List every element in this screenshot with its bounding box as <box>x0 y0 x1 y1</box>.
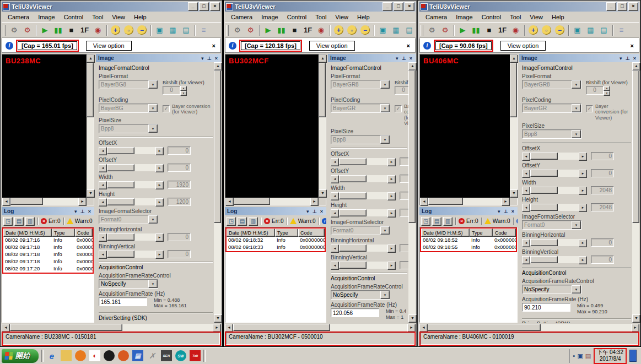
panel-vscrollbar[interactable]: ▲ ▼ <box>632 62 639 323</box>
binning-horizontal-slider[interactable]: ◄ ► <box>99 233 164 241</box>
menu-item-help[interactable]: Help <box>353 13 374 21</box>
log-row[interactable]: 08/02 09:17:16Info0x00000000 <box>3 237 93 244</box>
panel-vscrollbar[interactable]: ▲ ▼ <box>408 62 416 323</box>
vscrollbar-thumb[interactable] <box>510 63 517 117</box>
close-button[interactable]: × <box>628 2 638 11</box>
slider-right-icon[interactable]: ► <box>387 192 396 200</box>
main-scrollbar-track[interactable] <box>428 324 631 331</box>
menu-item-tool[interactable]: Tool <box>88 13 107 21</box>
slider-thumb[interactable] <box>107 164 134 171</box>
dropdown-icon[interactable]: ▼ <box>148 124 158 133</box>
hscrollbar-track[interactable] <box>234 198 310 205</box>
tray-security-icon[interactable]: ▤ <box>585 352 591 360</box>
stop-icon[interactable]: ■ <box>483 24 495 36</box>
panel-close-icon[interactable]: × <box>319 209 324 214</box>
height-slider[interactable]: ◄ ► <box>331 209 396 216</box>
slider-thumb[interactable] <box>107 181 134 188</box>
log-col-type[interactable]: Type <box>470 229 493 237</box>
slider-right-icon[interactable]: ► <box>579 153 587 161</box>
slider-left-icon[interactable]: ◄ <box>522 187 530 195</box>
pixel-format-select[interactable]: BayerGR8 ▼ <box>522 80 581 89</box>
spin-up-icon[interactable]: ▲ <box>180 86 187 91</box>
log-filter-icon[interactable]: ◳ <box>227 217 236 226</box>
minimize-button[interactable]: _ <box>606 2 616 11</box>
profile-icon[interactable]: ▤ <box>180 24 192 36</box>
slider-track[interactable] <box>530 256 579 263</box>
browser-icon[interactable] <box>118 350 129 361</box>
view-option-button[interactable]: View option <box>500 41 546 51</box>
menu-item-control[interactable]: Control <box>477 13 505 21</box>
scroll-up-icon[interactable]: ▲ <box>319 55 327 63</box>
slider-thumb[interactable] <box>339 192 367 199</box>
show-desktop-button[interactable] <box>629 350 637 362</box>
scroll-up-icon[interactable]: ▲ <box>214 62 222 70</box>
slider-thumb[interactable] <box>339 209 367 216</box>
menu-item-control[interactable]: Control <box>283 13 311 21</box>
image-vscrollbar[interactable]: ▲ ▼ <box>87 55 94 198</box>
scroll-left-icon[interactable]: ◄ <box>225 198 234 206</box>
slider-thumb[interactable] <box>107 251 134 258</box>
tools-icon[interactable]: ✗ <box>147 350 158 361</box>
slider-thumb[interactable] <box>530 170 558 177</box>
main-hscrollbar[interactable]: ◄ ► <box>419 324 639 331</box>
log-col-date[interactable]: Date (M/D H:M:S) <box>3 229 52 237</box>
main-scrollbar-thumb[interactable] <box>233 324 330 331</box>
image-vscrollbar[interactable]: ▲ ▼ <box>510 55 517 198</box>
binning-vertical-slider[interactable]: ◄ ► <box>99 251 164 258</box>
close-button[interactable]: × <box>405 2 414 11</box>
zoom-in-icon[interactable]: + <box>529 25 538 35</box>
slider-left-icon[interactable]: ◄ <box>99 198 107 207</box>
offset-x-slider[interactable]: ◄ ► <box>331 158 396 165</box>
dropdown-icon[interactable]: ▼ <box>572 104 581 112</box>
titlebar[interactable]: TeliU3vViewer _ □ × <box>225 2 416 12</box>
histogram-icon[interactable]: ▦ <box>166 24 179 36</box>
width-slider[interactable]: ◄ ► <box>331 192 396 199</box>
slider-right-icon[interactable]: ► <box>155 147 164 155</box>
dropdown-icon[interactable]: ▼ <box>380 226 390 235</box>
main-scrollbar-thumb[interactable] <box>10 324 122 331</box>
start-button[interactable]: 開始 <box>2 349 39 363</box>
vscrollbar-track[interactable] <box>87 63 94 189</box>
main-hscrollbar[interactable]: ◄ ► <box>2 324 221 331</box>
play-icon[interactable]: ▶ <box>456 24 469 36</box>
slider-thumb[interactable] <box>107 198 134 205</box>
slider-thumb[interactable] <box>107 233 134 241</box>
save-log-icon[interactable]: ▤ <box>14 217 24 226</box>
dropdown-icon[interactable]: ▼ <box>380 80 390 89</box>
camera-image-view[interactable]: BU302MCF <box>225 55 319 198</box>
histogram-icon[interactable]: ▦ <box>584 24 597 36</box>
panel-pin-icon[interactable]: ⊥ <box>624 56 631 61</box>
save-log-as-icon[interactable]: ▥ <box>443 217 453 226</box>
teli-viewer-icon[interactable]: ▦ <box>132 350 143 361</box>
frame-rate-input[interactable]: 90.210 <box>522 303 570 312</box>
menu-item-camera[interactable]: Camera <box>3 13 34 21</box>
slider-thumb[interactable] <box>530 153 558 160</box>
image-format-selector-select[interactable]: Format0 ▼ <box>522 220 581 230</box>
menu-item-view[interactable]: View <box>331 13 353 21</box>
scroll-right-icon[interactable]: ► <box>310 198 319 206</box>
one-frame-icon[interactable]: 1F <box>301 24 314 36</box>
slider-track[interactable] <box>339 209 387 216</box>
menu-item-tool[interactable]: Tool <box>311 13 331 21</box>
log-note-icon[interactable]: ≡ <box>615 24 628 36</box>
maximize-button[interactable]: □ <box>617 2 627 11</box>
camera-settings-icon[interactable]: ⚙ <box>231 24 244 36</box>
profile-icon[interactable]: ▤ <box>597 24 610 36</box>
log-filter-icon[interactable]: ◳ <box>421 217 430 226</box>
height-slider[interactable]: ◄ ► <box>522 204 587 211</box>
slider-left-icon[interactable]: ◄ <box>522 170 530 178</box>
pause-icon[interactable]: ▮▮ <box>470 24 482 36</box>
stop-icon[interactable]: ■ <box>65 24 78 36</box>
zoom-out-icon[interactable]: − <box>555 25 564 35</box>
scroll-right-icon[interactable]: ► <box>78 198 87 206</box>
panel-scrollbar-thumb[interactable] <box>408 70 416 223</box>
pixel-size-select[interactable]: Bpp8 ▼ <box>522 129 581 139</box>
scroll-up-icon[interactable]: ▲ <box>632 62 640 70</box>
menu-item-image[interactable]: Image <box>257 13 283 21</box>
main-scrollbar-track[interactable] <box>233 324 407 331</box>
slider-track[interactable] <box>530 204 579 211</box>
main-hscrollbar[interactable]: ◄ ► <box>225 324 416 331</box>
zoom-fit-icon[interactable]: ▫ <box>542 25 551 35</box>
minimize-button[interactable]: _ <box>383 2 392 11</box>
snapshot-icon[interactable]: ◉ <box>91 24 104 36</box>
